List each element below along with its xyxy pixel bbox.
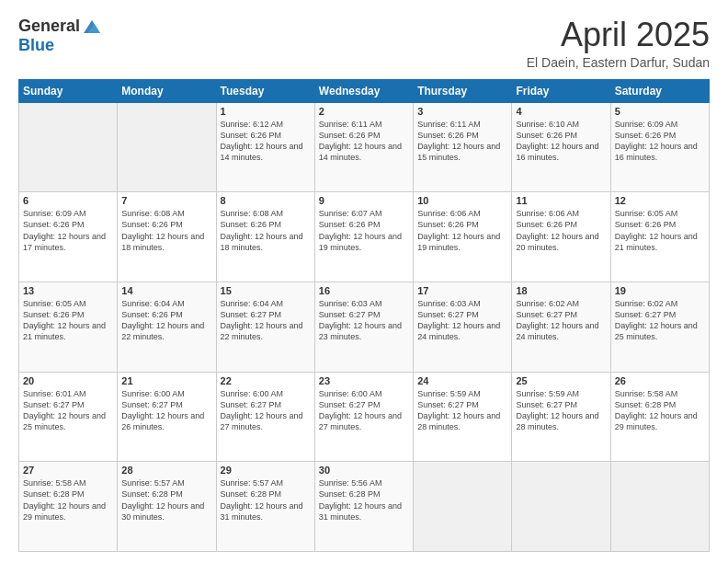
day-info: Sunrise: 6:04 AM Sunset: 6:27 PM Dayligh… <box>221 298 311 343</box>
table-row: 5Sunrise: 6:09 AM Sunset: 6:26 PM Daylig… <box>610 102 709 192</box>
table-row <box>512 462 610 552</box>
col-saturday: Saturday <box>610 79 709 102</box>
day-info: Sunrise: 6:06 AM Sunset: 6:26 PM Dayligh… <box>417 208 507 253</box>
table-row: 1Sunrise: 6:12 AM Sunset: 6:26 PM Daylig… <box>216 102 314 192</box>
day-info: Sunrise: 5:57 AM Sunset: 6:28 PM Dayligh… <box>221 477 311 523</box>
day-number: 12 <box>615 195 705 206</box>
table-row <box>118 102 216 192</box>
col-wednesday: Wednesday <box>314 79 413 102</box>
day-number: 14 <box>121 285 211 296</box>
calendar-week-row: 13Sunrise: 6:05 AM Sunset: 6:26 PM Dayli… <box>19 282 710 372</box>
day-info: Sunrise: 6:05 AM Sunset: 6:26 PM Dayligh… <box>615 208 705 253</box>
day-number: 21 <box>121 375 211 386</box>
col-tuesday: Tuesday <box>216 79 314 102</box>
calendar-header-row: Sunday Monday Tuesday Wednesday Thursday… <box>19 79 710 102</box>
table-row: 14Sunrise: 6:04 AM Sunset: 6:26 PM Dayli… <box>118 282 216 372</box>
day-info: Sunrise: 5:59 AM Sunset: 6:27 PM Dayligh… <box>516 388 606 433</box>
day-info: Sunrise: 6:02 AM Sunset: 6:27 PM Dayligh… <box>615 298 705 343</box>
page: General Blue April 2025 El Daein, Easter… <box>0 0 728 563</box>
table-row: 7Sunrise: 6:08 AM Sunset: 6:26 PM Daylig… <box>118 192 216 282</box>
table-row: 24Sunrise: 5:59 AM Sunset: 6:27 PM Dayli… <box>414 372 512 462</box>
table-row: 28Sunrise: 5:57 AM Sunset: 6:28 PM Dayli… <box>118 462 216 552</box>
day-number: 20 <box>23 375 113 386</box>
table-row: 21Sunrise: 6:00 AM Sunset: 6:27 PM Dayli… <box>118 372 216 462</box>
day-info: Sunrise: 6:09 AM Sunset: 6:26 PM Dayligh… <box>615 119 705 164</box>
day-info: Sunrise: 6:02 AM Sunset: 6:27 PM Dayligh… <box>516 298 606 343</box>
table-row: 15Sunrise: 6:04 AM Sunset: 6:27 PM Dayli… <box>216 282 314 372</box>
day-info: Sunrise: 6:07 AM Sunset: 6:26 PM Dayligh… <box>319 208 409 253</box>
day-info: Sunrise: 6:10 AM Sunset: 6:26 PM Dayligh… <box>516 119 606 164</box>
day-info: Sunrise: 5:56 AM Sunset: 6:28 PM Dayligh… <box>319 477 409 523</box>
day-number: 19 <box>615 285 705 296</box>
day-number: 4 <box>516 106 606 117</box>
day-number: 9 <box>319 195 409 206</box>
table-row: 13Sunrise: 6:05 AM Sunset: 6:26 PM Dayli… <box>19 282 118 372</box>
day-number: 22 <box>221 375 311 386</box>
day-info: Sunrise: 6:08 AM Sunset: 6:26 PM Dayligh… <box>221 208 311 253</box>
table-row <box>19 102 118 192</box>
day-number: 27 <box>23 465 113 476</box>
day-info: Sunrise: 6:08 AM Sunset: 6:26 PM Dayligh… <box>121 208 211 253</box>
day-number: 25 <box>516 375 606 386</box>
day-number: 17 <box>417 285 507 296</box>
table-row: 30Sunrise: 5:56 AM Sunset: 6:28 PM Dayli… <box>314 462 413 552</box>
table-row: 16Sunrise: 6:03 AM Sunset: 6:27 PM Dayli… <box>314 282 413 372</box>
calendar-week-row: 27Sunrise: 5:58 AM Sunset: 6:28 PM Dayli… <box>19 462 710 552</box>
day-info: Sunrise: 6:06 AM Sunset: 6:26 PM Dayligh… <box>516 208 606 253</box>
day-info: Sunrise: 5:58 AM Sunset: 6:28 PM Dayligh… <box>615 388 705 433</box>
table-row: 8Sunrise: 6:08 AM Sunset: 6:26 PM Daylig… <box>216 192 314 282</box>
day-number: 6 <box>23 195 113 206</box>
day-number: 24 <box>417 375 507 386</box>
title-location: El Daein, Eastern Darfur, Sudan <box>527 55 710 70</box>
day-info: Sunrise: 6:01 AM Sunset: 6:27 PM Dayligh… <box>23 388 113 433</box>
day-info: Sunrise: 6:11 AM Sunset: 6:26 PM Dayligh… <box>319 119 409 164</box>
day-number: 1 <box>221 106 311 117</box>
day-info: Sunrise: 6:12 AM Sunset: 6:26 PM Dayligh… <box>221 119 311 164</box>
day-number: 18 <box>516 285 606 296</box>
day-info: Sunrise: 6:11 AM Sunset: 6:26 PM Dayligh… <box>417 119 507 164</box>
day-number: 26 <box>615 375 705 386</box>
logo-blue: Blue <box>18 37 102 55</box>
day-number: 8 <box>221 195 311 206</box>
calendar-table: Sunday Monday Tuesday Wednesday Thursday… <box>18 79 710 552</box>
table-row: 2Sunrise: 6:11 AM Sunset: 6:26 PM Daylig… <box>314 102 413 192</box>
day-number: 23 <box>319 375 409 386</box>
calendar-week-row: 1Sunrise: 6:12 AM Sunset: 6:26 PM Daylig… <box>19 102 710 192</box>
day-number: 15 <box>221 285 311 296</box>
table-row: 26Sunrise: 5:58 AM Sunset: 6:28 PM Dayli… <box>610 372 709 462</box>
title-month: April 2025 <box>527 17 710 53</box>
logo-icon <box>82 17 102 37</box>
day-number: 30 <box>319 465 409 476</box>
day-number: 16 <box>319 285 409 296</box>
calendar-week-row: 20Sunrise: 6:01 AM Sunset: 6:27 PM Dayli… <box>19 372 710 462</box>
title-block: April 2025 El Daein, Eastern Darfur, Sud… <box>527 17 710 70</box>
day-number: 3 <box>417 106 507 117</box>
table-row <box>610 462 709 552</box>
day-number: 5 <box>615 106 705 117</box>
table-row: 29Sunrise: 5:57 AM Sunset: 6:28 PM Dayli… <box>216 462 314 552</box>
day-info: Sunrise: 5:58 AM Sunset: 6:28 PM Dayligh… <box>23 477 113 523</box>
table-row: 22Sunrise: 6:00 AM Sunset: 6:27 PM Dayli… <box>216 372 314 462</box>
day-info: Sunrise: 6:03 AM Sunset: 6:27 PM Dayligh… <box>417 298 507 343</box>
day-info: Sunrise: 6:03 AM Sunset: 6:27 PM Dayligh… <box>319 298 409 343</box>
table-row: 6Sunrise: 6:09 AM Sunset: 6:26 PM Daylig… <box>19 192 118 282</box>
day-info: Sunrise: 5:57 AM Sunset: 6:28 PM Dayligh… <box>121 477 211 523</box>
day-number: 2 <box>319 106 409 117</box>
col-thursday: Thursday <box>414 79 512 102</box>
col-monday: Monday <box>118 79 216 102</box>
table-row: 17Sunrise: 6:03 AM Sunset: 6:27 PM Dayli… <box>414 282 512 372</box>
day-number: 13 <box>23 285 113 296</box>
table-row <box>414 462 512 552</box>
table-row: 18Sunrise: 6:02 AM Sunset: 6:27 PM Dayli… <box>512 282 610 372</box>
logo-general: General <box>18 17 80 36</box>
table-row: 9Sunrise: 6:07 AM Sunset: 6:26 PM Daylig… <box>314 192 413 282</box>
table-row: 25Sunrise: 5:59 AM Sunset: 6:27 PM Dayli… <box>512 372 610 462</box>
day-info: Sunrise: 6:00 AM Sunset: 6:27 PM Dayligh… <box>221 388 311 433</box>
table-row: 23Sunrise: 6:00 AM Sunset: 6:27 PM Dayli… <box>314 372 413 462</box>
col-sunday: Sunday <box>19 79 118 102</box>
table-row: 10Sunrise: 6:06 AM Sunset: 6:26 PM Dayli… <box>414 192 512 282</box>
logo: General Blue <box>18 17 102 55</box>
day-info: Sunrise: 6:09 AM Sunset: 6:26 PM Dayligh… <box>23 208 113 253</box>
table-row: 27Sunrise: 5:58 AM Sunset: 6:28 PM Dayli… <box>19 462 118 552</box>
table-row: 12Sunrise: 6:05 AM Sunset: 6:26 PM Dayli… <box>610 192 709 282</box>
